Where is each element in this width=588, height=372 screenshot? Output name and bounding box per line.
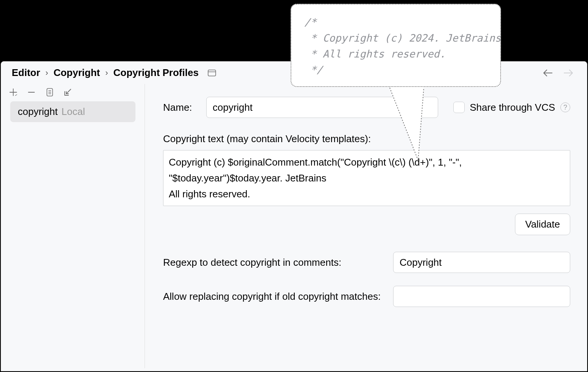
name-label: Name: — [163, 102, 198, 113]
profile-name: copyright — [18, 106, 58, 118]
profile-item-copyright[interactable]: copyright Local — [10, 101, 135, 122]
add-icon[interactable] — [9, 88, 18, 97]
chevron-right-icon: › — [105, 68, 108, 78]
breadcrumb-copyright-profiles[interactable]: Copyright Profiles — [114, 67, 199, 79]
breadcrumb-copyright[interactable]: Copyright — [53, 67, 100, 79]
regexp-label: Regexp to detect copyright in comments: — [163, 257, 386, 268]
sidebar: copyright Local — [1, 84, 145, 368]
share-vcs-checkbox[interactable] — [453, 102, 465, 113]
window-icon[interactable] — [208, 70, 216, 76]
remove-icon[interactable] — [27, 88, 36, 97]
share-vcs-label: Share through VCS — [470, 102, 555, 113]
copyright-text-label: Copyright text (may contain Velocity tem… — [163, 133, 570, 145]
copy-icon[interactable] — [45, 88, 54, 97]
preview-tooltip: /* * Copyright (c) 2024. JetBrains * All… — [291, 4, 501, 87]
help-icon[interactable]: ? — [560, 102, 570, 112]
back-icon[interactable] — [542, 69, 553, 77]
name-input[interactable] — [206, 97, 438, 118]
breadcrumb: Editor › Copyright › Copyright Profiles — [12, 67, 216, 79]
breadcrumb-editor[interactable]: Editor — [12, 67, 40, 79]
copyright-text-editor[interactable]: Copyright (c) $originalComment.match("Co… — [163, 150, 570, 206]
validate-button[interactable]: Validate — [515, 214, 570, 235]
profile-list: copyright Local — [1, 101, 145, 122]
forward-icon — [563, 69, 574, 77]
nav-arrows — [542, 69, 576, 77]
import-icon[interactable] — [63, 88, 72, 97]
svg-rect-0 — [208, 70, 216, 76]
preview-text: /* * Copyright (c) 2024. JetBrains * All… — [304, 14, 487, 78]
chevron-right-icon: › — [45, 68, 48, 78]
profile-badge: Local — [62, 106, 85, 118]
settings-window: Editor › Copyright › Copyright Profiles — [1, 61, 587, 371]
allow-replace-input[interactable] — [393, 286, 570, 307]
sidebar-toolbar — [1, 84, 145, 101]
allow-replace-label: Allow replacing copyright if old copyrig… — [163, 291, 386, 302]
main-panel: Name: Share through VCS ? Copyright text… — [145, 84, 587, 368]
regexp-input[interactable] — [393, 252, 570, 273]
content-body: copyright Local Name: Share through VCS … — [1, 84, 587, 368]
